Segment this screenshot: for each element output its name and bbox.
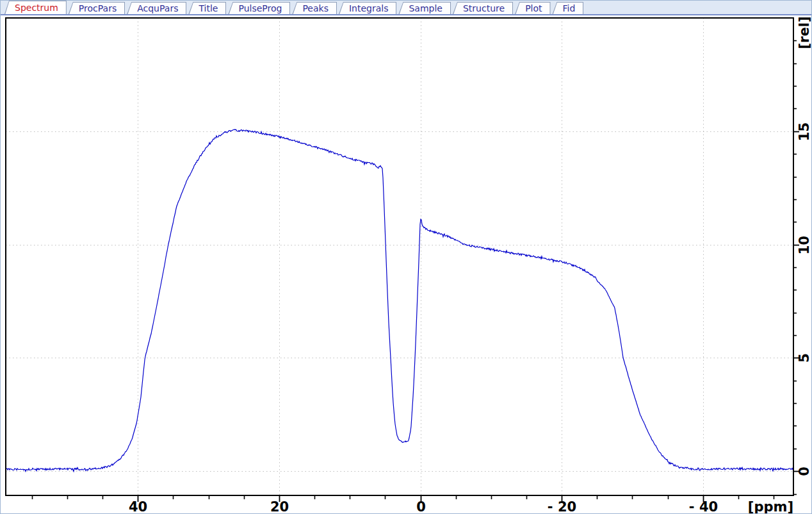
y-tick-label: 15 [797, 122, 812, 141]
tab-pulseprog[interactable]: PulseProg [228, 2, 290, 14]
tab-procpars[interactable]: ProcPars [69, 2, 125, 14]
spectrum-canvas[interactable]: 40200- 20- 40[ppm]051015[rel] [1, 15, 812, 514]
spectrum-trace [6, 129, 793, 472]
tab-label: Sample [409, 3, 443, 13]
x-tick-label: 40 [129, 499, 147, 514]
tab-acqupars[interactable]: AcquPars [127, 2, 186, 14]
tab-integrals[interactable]: Integrals [339, 2, 397, 14]
spectrum-svg[interactable]: 40200- 20- 40[ppm]051015[rel] [1, 15, 812, 514]
tab-label: Plot [525, 3, 542, 13]
tab-label: Fid [563, 3, 576, 13]
x-tick-label: 0 [416, 499, 426, 514]
x-tick-label: - 40 [689, 499, 718, 514]
topspin-window: SpectrumProcParsAcquParsTitlePulseProgPe… [0, 0, 812, 514]
x-tick-label: - 20 [548, 499, 576, 514]
tab-label: ProcPars [79, 3, 117, 13]
tab-label: Structure [463, 3, 505, 13]
tab-label: Spectrum [15, 3, 58, 13]
x-tick-label: 20 [270, 499, 289, 514]
tab-label: Peaks [302, 3, 329, 13]
tab-label: Integrals [349, 3, 389, 13]
rel-axis-label: [rel] [797, 17, 812, 49]
y-tick-label: 0 [797, 467, 812, 476]
tab-label: AcquPars [137, 3, 178, 13]
tab-peaks[interactable]: Peaks [292, 2, 337, 14]
tab-sample[interactable]: Sample [398, 2, 451, 14]
tab-bar: SpectrumProcParsAcquParsTitlePulseProgPe… [1, 1, 811, 14]
tab-structure[interactable]: Structure [453, 2, 513, 14]
ppm-axis-label: [ppm] [748, 499, 793, 514]
tab-fid[interactable]: Fid [553, 2, 584, 14]
tab-plot[interactable]: Plot [515, 2, 550, 14]
y-tick-label: 5 [797, 353, 812, 363]
tab-label: Title [199, 3, 218, 13]
tab-label: PulseProg [238, 3, 282, 13]
plot-border [6, 18, 793, 495]
y-tick-label: 10 [797, 236, 812, 254]
tab-title[interactable]: Title [188, 2, 226, 14]
tab-spectrum[interactable]: Spectrum [4, 1, 67, 14]
